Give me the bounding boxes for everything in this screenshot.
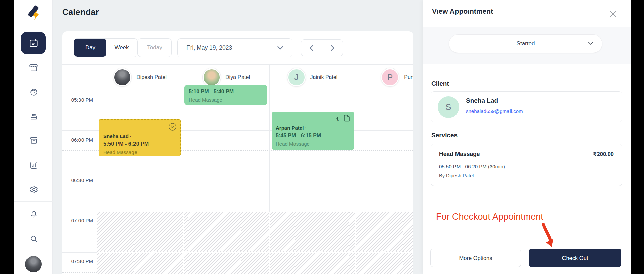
inventory-icon — [29, 136, 38, 145]
appointment-sneha-lad-selected[interactable]: Sneha Lad · 5:50 PM - 6:20 PM Head Massa… — [99, 119, 181, 156]
client-name: Sneha Lad — [466, 97, 498, 104]
event-service: Head Massage — [276, 140, 350, 148]
grid-line — [62, 171, 413, 171]
day-view-button[interactable]: Day — [74, 39, 106, 57]
panel-title: View Appointment — [432, 7, 493, 15]
staff-column-header[interactable]: P Purvi — [356, 64, 413, 90]
sidebar — [14, 0, 53, 274]
annotation-text: For Checkout Appointment — [436, 212, 543, 222]
event-service: Head Massage — [189, 96, 263, 104]
staff-name: Diya Patel — [225, 74, 250, 80]
clients-icon — [29, 87, 38, 96]
event-client: Arpan Patel · — [276, 124, 350, 132]
chevron-down-icon — [277, 46, 283, 50]
screenshot-root: Calendar Day Week Today Fri, May 19, 202… — [0, 0, 644, 274]
sidebar-item-reports[interactable] — [29, 160, 38, 170]
staff-name: Dipesh Patel — [136, 74, 167, 80]
appointment-diya-head-massage[interactable]: 5:10 PM - 5:40 PM Head Massage — [184, 85, 267, 105]
status-dropdown[interactable]: Started — [449, 34, 602, 53]
rupee-icon: ₹ — [336, 115, 339, 123]
event-client: Sneha Lad · — [103, 132, 176, 140]
sidebar-item-notifications[interactable] — [29, 209, 38, 219]
sidebar-item-settings[interactable] — [29, 185, 38, 194]
annotation-arrow-icon — [536, 223, 559, 249]
grid-dotted-line — [62, 191, 413, 191]
bell-icon — [29, 210, 38, 219]
sidebar-item-calendar[interactable] — [21, 32, 46, 54]
sidebar-item-inventory[interactable] — [29, 136, 38, 145]
avatar — [113, 68, 131, 86]
service-name: Head Massage — [439, 151, 480, 158]
staff-column-header[interactable]: Dipesh Patel — [97, 64, 183, 90]
calendar-card: Day Week Today Fri, May 19, 2023 — [62, 31, 413, 274]
time-label: 07:30 PM — [62, 258, 93, 264]
avatar: P — [381, 68, 399, 86]
time-label: 07:00 PM — [62, 218, 93, 223]
staff-column-header[interactable]: J Jainik Patel — [269, 64, 356, 90]
in-progress-icon — [168, 123, 177, 131]
event-time: 5:45 PM - 6:15 PM — [276, 132, 350, 140]
check-out-button[interactable]: Check Out — [529, 249, 621, 267]
today-button[interactable]: Today — [138, 38, 172, 57]
reports-icon — [29, 161, 38, 170]
time-label: 05:30 PM — [62, 97, 93, 103]
close-icon[interactable] — [608, 9, 618, 19]
status-value: Started — [517, 40, 535, 47]
search-icon — [29, 234, 38, 243]
time-label: 06:30 PM — [62, 177, 93, 183]
more-options-button[interactable]: More Options — [430, 249, 521, 267]
services-section-label: Services — [431, 132, 458, 139]
next-day-button[interactable] — [322, 40, 343, 56]
settings-icon — [29, 185, 38, 194]
prev-day-button[interactable] — [301, 40, 322, 56]
event-time: 5:10 PM - 5:40 PM — [189, 88, 263, 96]
week-view-button[interactable]: Week — [106, 39, 137, 57]
event-service: Head Massage — [103, 148, 176, 156]
sidebar-item-clients[interactable] — [29, 87, 38, 96]
service-card[interactable]: Head Massage ₹200.00 05:50 PM - 06:20 PM… — [431, 144, 622, 186]
sidebar-item-gifts[interactable] — [29, 111, 38, 121]
client-avatar: S — [438, 96, 459, 118]
app-window: Calendar Day Week Today Fri, May 19, 202… — [14, 0, 631, 274]
store-icon — [29, 63, 38, 72]
date-nav — [301, 39, 343, 56]
brand-logo — [25, 4, 42, 20]
invoice-icon — [344, 115, 350, 122]
date-picker[interactable]: Fri, May 19, 2023 — [177, 38, 292, 57]
appointment-arpan-patel[interactable]: ₹ Arpan Patel · 5:45 PM - 6:15 PM Head M… — [272, 112, 354, 150]
non-working-hours-hatch — [97, 212, 413, 274]
client-card[interactable]: S Sneha Lad snehalad659@gmail.com — [431, 91, 622, 122]
service-price: ₹200.00 — [593, 151, 614, 157]
panel-footer-divider — [423, 243, 631, 243]
page-title: Calendar — [62, 7, 99, 17]
avatar: J — [287, 68, 306, 86]
sidebar-divider — [14, 201, 53, 202]
staff-name: Jainik Patel — [310, 74, 338, 80]
event-time: 5:50 PM - 6:20 PM — [103, 140, 176, 148]
client-email-link[interactable]: snehalad659@gmail.com — [466, 108, 523, 114]
sidebar-item-search[interactable] — [29, 234, 38, 243]
gift-icon — [29, 111, 38, 121]
status-band: Started — [423, 27, 631, 64]
avatar — [203, 68, 221, 86]
view-appointment-panel: View Appointment Started Client S Sneha … — [423, 0, 631, 274]
staff-name: Purvi — [404, 74, 413, 80]
chevron-down-icon — [588, 42, 593, 45]
date-picker-value: Fri, May 19, 2023 — [186, 44, 232, 51]
time-label: 06:00 PM — [62, 137, 93, 143]
client-section-label: Client — [431, 80, 449, 87]
grid-dotted-line — [62, 110, 413, 110]
profile-avatar[interactable] — [25, 256, 42, 272]
sidebar-item-store[interactable] — [29, 63, 38, 72]
view-toggle: Day Week — [74, 38, 138, 57]
service-time: 05:50 PM - 06:20 PM (30min) — [439, 164, 505, 169]
calendar-icon — [29, 38, 39, 48]
service-staff: By Dipesh Patel — [439, 173, 474, 178]
